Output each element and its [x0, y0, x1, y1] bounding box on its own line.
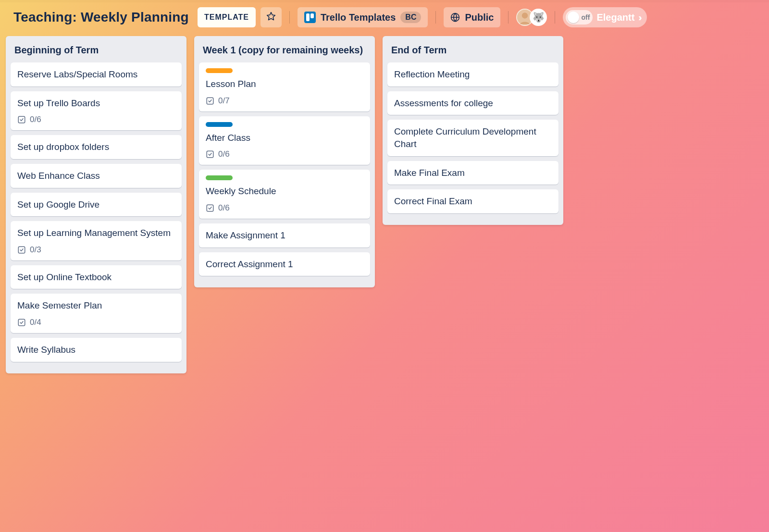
svg-marker-0 [267, 12, 275, 20]
checklist-count: 0/4 [30, 318, 41, 327]
card[interactable]: After Class0/6 [199, 116, 370, 165]
card-title: Set up Learning Management System [17, 227, 175, 239]
avatar[interactable]: 🐺 [530, 9, 547, 26]
card-title: Set up dropbox folders [17, 141, 175, 153]
checklist-icon [17, 246, 26, 254]
checklist-badge: 0/6 [206, 149, 363, 159]
card-title: Set up Online Textbook [17, 271, 175, 284]
checklist-count: 0/7 [218, 96, 230, 106]
checklist-count: 0/6 [218, 203, 230, 213]
card-title: Reserve Labs/Special Rooms [17, 68, 175, 81]
svg-rect-4 [18, 117, 25, 124]
card[interactable]: Correct Assignment 1 [199, 252, 370, 276]
card[interactable]: Write Syllabus [11, 338, 182, 362]
header-divider [508, 11, 509, 24]
card[interactable]: Complete Curriculum Development Chart [387, 120, 558, 156]
svg-rect-9 [207, 205, 213, 211]
star-button[interactable] [260, 7, 282, 27]
checklist-badge: 0/6 [206, 203, 363, 213]
card-title: Make Assignment 1 [206, 229, 363, 242]
chevron-right-icon: ›› [638, 12, 639, 23]
star-icon [266, 12, 276, 24]
card-title: After Class [206, 132, 363, 144]
powerup-toggle[interactable]: off Elegantt ›› [563, 7, 646, 27]
header-divider [289, 11, 290, 24]
template-badge[interactable]: TEMPLATE [198, 7, 256, 27]
card[interactable]: Reserve Labs/Special Rooms [11, 62, 182, 87]
powerup-label: Elegantt [596, 12, 634, 23]
board-canvas[interactable]: Beginning of TermReserve Labs/Special Ro… [0, 34, 769, 373]
checklist-badge: 0/3 [17, 245, 175, 255]
toggle-state-label: off [581, 13, 590, 21]
card-title: Make Final Exam [394, 167, 552, 179]
card[interactable]: Set up Trello Boards0/6 [11, 91, 182, 131]
card[interactable]: Reflection Meeting [387, 62, 558, 87]
workspace-button[interactable]: Trello Templates BC [298, 7, 428, 27]
card[interactable]: Weekly Schedule0/6 [199, 170, 370, 219]
card[interactable]: Assessments for college [387, 91, 558, 115]
checklist-count: 0/6 [30, 115, 41, 124]
visibility-button[interactable]: Public [444, 7, 500, 27]
svg-rect-8 [207, 151, 213, 158]
svg-rect-7 [207, 98, 213, 104]
checklist-badge: 0/7 [206, 96, 363, 106]
card[interactable]: Set up Google Drive [11, 193, 182, 217]
card-label[interactable] [206, 68, 233, 73]
board-header: Teaching: Weekly Planning TEMPLATE Trell… [0, 2, 769, 34]
list-title[interactable]: Week 1 (copy for remaining weeks) [199, 42, 370, 62]
checklist-count: 0/3 [30, 245, 41, 255]
card-title: Set up Google Drive [17, 198, 175, 211]
card-title: Correct Assignment 1 [206, 258, 363, 271]
workspace-badge: BC [400, 12, 421, 23]
card[interactable]: Set up dropbox folders [11, 135, 182, 159]
checklist-count: 0/6 [218, 149, 230, 159]
card[interactable]: Set up Learning Management System0/3 [11, 221, 182, 260]
list[interactable]: End of TermReflection MeetingAssessments… [383, 36, 563, 225]
svg-point-3 [522, 12, 528, 18]
visibility-label: Public [465, 12, 494, 23]
card[interactable]: Lesson Plan0/7 [199, 62, 370, 111]
globe-icon [450, 12, 460, 22]
checklist-icon [206, 204, 214, 212]
card-title: Write Syllabus [17, 344, 175, 356]
checklist-icon [206, 97, 214, 105]
card-title: Web Enhance Class [17, 170, 175, 182]
card[interactable]: Make Semester Plan0/4 [11, 294, 182, 333]
list-title[interactable]: Beginning of Term [11, 42, 182, 62]
card-label[interactable] [206, 175, 233, 180]
card-title: Weekly Schedule [206, 185, 363, 198]
checklist-icon [206, 150, 214, 159]
board-title[interactable]: Teaching: Weekly Planning [13, 10, 189, 25]
card[interactable]: Set up Online Textbook [11, 265, 182, 289]
list-title[interactable]: End of Term [387, 42, 558, 62]
card-title: Assessments for college [394, 97, 552, 110]
card-title: Make Semester Plan [17, 299, 175, 312]
checklist-icon [17, 115, 26, 124]
list[interactable]: Beginning of TermReserve Labs/Special Ro… [6, 36, 186, 373]
list[interactable]: Week 1 (copy for remaining weeks)Lesson … [194, 36, 375, 287]
member-avatars[interactable]: 🐺 [516, 9, 547, 26]
card-title: Complete Curriculum Development Chart [394, 125, 552, 150]
header-divider [435, 11, 436, 24]
svg-rect-6 [18, 319, 25, 326]
card-title: Set up Trello Boards [17, 97, 175, 110]
card[interactable]: Make Final Exam [387, 161, 558, 185]
checklist-badge: 0/6 [17, 115, 175, 124]
header-divider [555, 11, 555, 24]
card-label[interactable] [206, 122, 233, 127]
trello-logo-icon [304, 12, 316, 23]
checklist-icon [17, 318, 26, 327]
toggle-switch[interactable]: off [566, 10, 593, 25]
checklist-badge: 0/4 [17, 318, 175, 327]
card[interactable]: Web Enhance Class [11, 164, 182, 188]
card-title: Lesson Plan [206, 78, 363, 90]
card[interactable]: Correct Final Exam [387, 189, 558, 213]
card-title: Reflection Meeting [394, 68, 552, 81]
workspace-label: Trello Templates [321, 12, 396, 23]
card[interactable]: Make Assignment 1 [199, 223, 370, 247]
card-title: Correct Final Exam [394, 195, 552, 208]
svg-rect-5 [18, 247, 25, 253]
toggle-knob [568, 12, 579, 23]
